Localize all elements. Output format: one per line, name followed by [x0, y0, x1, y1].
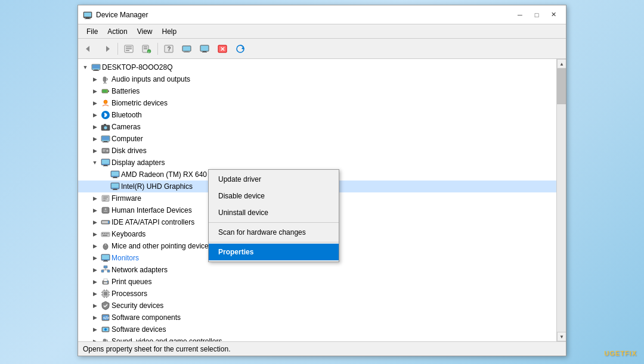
svg-rect-56 — [113, 177, 117, 178]
svg-rect-70 — [102, 221, 108, 223]
svg-rect-64 — [103, 198, 107, 200]
softwarecomp-icon: </> — [101, 313, 110, 322]
intel-expand-icon — [100, 182, 109, 191]
svg-rect-97 — [101, 292, 103, 293]
intel-icon — [110, 182, 120, 191]
keyboards-expand-icon: ▶ — [90, 229, 100, 239]
tree-display[interactable]: ▼ Display adapters — [78, 157, 556, 169]
svg-rect-20 — [200, 45, 209, 51]
softwaredev-icon — [101, 325, 110, 334]
tree-security[interactable]: ▶ Security devices — [78, 300, 556, 312]
tree-bluetooth[interactable]: ▶ Bluetooth — [78, 109, 556, 121]
display-label: Display adapters — [112, 158, 165, 167]
amd-icon — [110, 170, 120, 179]
tree-softwarecomp[interactable]: ▶ </> Software components — [78, 312, 556, 323]
svg-rect-93 — [104, 282, 107, 284]
svg-rect-96 — [104, 292, 107, 295]
svg-rect-73 — [102, 233, 103, 234]
tree-print[interactable]: ▶ Print queues — [78, 276, 556, 288]
ide-expand-icon: ▶ — [90, 217, 100, 227]
toolbar-help[interactable]: ? — [160, 41, 177, 57]
tree-cameras[interactable]: ▶ Cameras — [78, 121, 556, 133]
security-expand-icon: ▶ — [90, 301, 100, 310]
softwarecomp-expand-icon: ▶ — [90, 313, 100, 322]
svg-rect-111 — [103, 339, 106, 341]
toolbar-forward[interactable] — [98, 41, 115, 57]
cameras-label: Cameras — [112, 123, 141, 131]
maximize-button[interactable]: □ — [529, 7, 544, 23]
processors-label: Processors — [112, 290, 147, 298]
svg-point-47 — [106, 150, 109, 152]
firmware-label: Firmware — [112, 194, 141, 203]
menu-view[interactable]: View — [132, 26, 157, 37]
watermark: UGETFIX — [604, 350, 637, 357]
tree-root[interactable]: ▼ DESKTOP-8OOO28Q — [78, 61, 556, 73]
close-button[interactable]: ✕ — [546, 7, 561, 23]
toolbar-scan[interactable]: + — [138, 41, 155, 57]
svg-rect-3 — [85, 18, 91, 19]
svg-rect-68 — [104, 211, 107, 211]
tree-computer[interactable]: ▶ Computer — [78, 133, 556, 145]
svg-rect-99 — [109, 292, 110, 293]
svg-rect-75 — [106, 233, 107, 234]
computer-icon — [91, 63, 101, 72]
firmware-icon — [101, 194, 110, 203]
tree-softwaredev[interactable]: ▶ Software devices — [78, 323, 556, 335]
disk-icon — [101, 146, 110, 155]
batteries-expand-icon: ▶ — [90, 86, 100, 96]
toolbar-display[interactable] — [196, 41, 213, 57]
hid-icon — [101, 206, 110, 215]
scrollbar[interactable]: ▲ ▼ — [556, 59, 566, 341]
scroll-up-btn[interactable]: ▲ — [557, 59, 566, 69]
svg-rect-22 — [202, 52, 207, 52]
svg-rect-43 — [102, 136, 109, 140]
menu-help[interactable]: Help — [157, 26, 182, 37]
toolbar-refresh[interactable] — [232, 41, 249, 57]
network-icon — [101, 265, 110, 275]
toolbar-computer[interactable] — [178, 41, 195, 57]
tree-audio[interactable]: ▶ Audio inputs and outputs — [78, 73, 556, 85]
audio-icon — [101, 74, 110, 84]
scroll-down-btn[interactable]: ▼ — [557, 332, 566, 341]
toolbar-delete[interactable]: ✕ — [214, 41, 231, 57]
svg-rect-1 — [84, 13, 91, 17]
tree-batteries[interactable]: ▶ Batteries — [78, 85, 556, 97]
tree-biometric[interactable]: ▶ Biometric devices — [78, 97, 556, 109]
disk-label: Disk drives — [112, 147, 147, 155]
svg-rect-44 — [104, 141, 107, 142]
network-label: Network adapters — [112, 266, 168, 274]
print-icon — [101, 277, 110, 287]
context-properties[interactable]: Properties — [209, 244, 339, 260]
context-disable-device[interactable]: Disable device — [209, 188, 339, 204]
svg-rect-51 — [102, 160, 109, 164]
tree-disk[interactable]: ▶ Disk drives — [78, 145, 556, 157]
svg-text:</>: </> — [103, 316, 109, 320]
svg-rect-19 — [184, 52, 190, 52]
tree-sound[interactable]: ▶ Sound, video and game controllers — [78, 335, 556, 341]
svg-point-37 — [104, 100, 107, 104]
svg-rect-77 — [103, 235, 107, 236]
minimize-button[interactable]: ─ — [512, 7, 528, 23]
context-uninstall-device[interactable]: Uninstall device — [209, 204, 339, 221]
menu-bar: File Action View Help — [78, 24, 566, 39]
display-expand-icon: ▼ — [90, 158, 100, 167]
network-expand-icon: ▶ — [90, 265, 100, 275]
context-scan-hardware[interactable]: Scan for hardware changes — [209, 224, 339, 241]
menu-file[interactable]: File — [82, 26, 103, 37]
svg-rect-76 — [107, 233, 109, 234]
tree-processors[interactable]: ▶ Processors — [78, 288, 556, 300]
menu-action[interactable]: Action — [103, 26, 132, 37]
svg-rect-9 — [126, 50, 129, 51]
tree-network[interactable]: ▶ Network adapters — [78, 264, 556, 276]
firmware-expand-icon: ▶ — [90, 194, 100, 203]
svg-rect-59 — [112, 183, 119, 188]
context-update-driver[interactable]: Update driver — [209, 171, 339, 188]
toolbar-back[interactable] — [80, 41, 97, 57]
toolbar-properties[interactable] — [120, 41, 137, 57]
scroll-track[interactable] — [557, 69, 566, 332]
svg-point-67 — [105, 209, 107, 210]
print-label: Print queues — [112, 278, 151, 286]
svg-rect-71 — [108, 221, 109, 223]
scroll-thumb[interactable] — [557, 69, 566, 104]
cameras-expand-icon: ▶ — [90, 122, 100, 132]
